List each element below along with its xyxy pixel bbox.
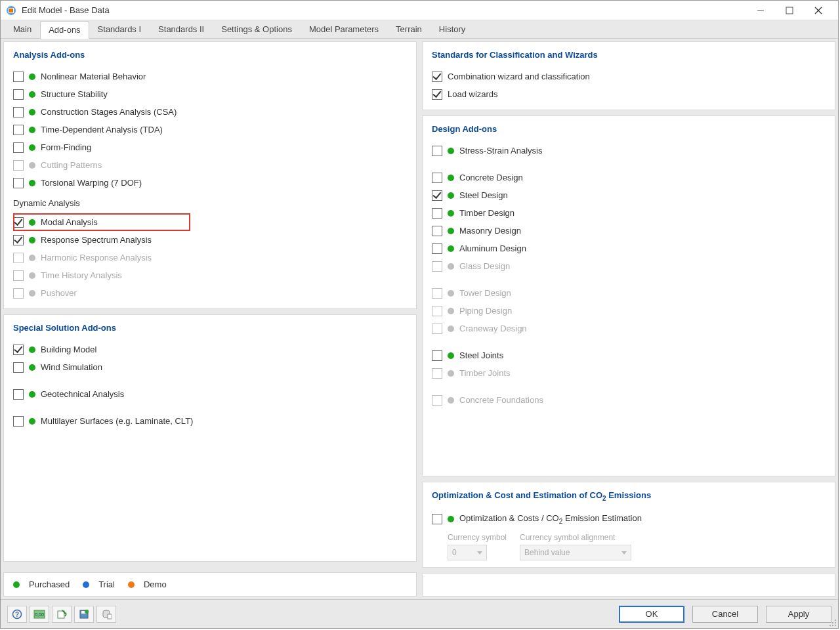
units-icon[interactable]: 0,00 <box>30 606 49 623</box>
svg-text:?: ? <box>15 611 19 618</box>
status-dot <box>29 219 35 226</box>
close-button[interactable] <box>804 1 833 20</box>
checkbox[interactable] <box>432 89 442 100</box>
optimization-checkbox-row[interactable]: Optimization & Costs / CO2 Emission Esti… <box>432 510 826 528</box>
tab-add-ons[interactable]: Add-ons <box>40 21 89 39</box>
status-dot <box>448 290 454 297</box>
status-dot <box>448 210 454 217</box>
item-label: Building Model <box>41 345 96 354</box>
checkbox[interactable] <box>13 125 24 135</box>
status-dot <box>448 245 454 252</box>
special-item-0-0[interactable]: Building Model <box>13 341 407 358</box>
design-item-1-0[interactable]: Concrete Design <box>432 169 826 186</box>
design-item-3-0[interactable]: Steel Joints <box>432 346 826 364</box>
checkbox[interactable] <box>432 226 442 236</box>
standards-item-0[interactable]: Combination wizard and classification <box>432 68 826 85</box>
apply-button[interactable]: Apply <box>766 606 831 623</box>
standards-title: Standards for Classification and Wizards <box>432 50 826 60</box>
analysis-item-6[interactable]: Torsional Warping (7 DOF) <box>13 174 407 192</box>
checkbox[interactable] <box>13 362 24 373</box>
dynamic-item-0[interactable]: Modal Analysis <box>13 213 190 231</box>
export-icon[interactable] <box>52 606 72 623</box>
tab-model-parameters[interactable]: Model Parameters <box>301 20 387 38</box>
checkbox[interactable] <box>13 389 24 400</box>
tab-standards-i[interactable]: Standards I <box>89 20 150 38</box>
save-icon[interactable] <box>74 606 94 623</box>
design-item-2-1: Piping Design <box>432 302 826 320</box>
dynamic-item-1[interactable]: Response Spectrum Analysis <box>13 231 407 249</box>
item-label: Combination wizard and classification <box>448 72 590 81</box>
item-label: Form-Finding <box>41 142 91 152</box>
svg-point-17 <box>835 620 836 621</box>
edit-model-dialog: Edit Model - Base Data MainAdd-onsStanda… <box>0 0 839 629</box>
checkbox <box>432 261 442 272</box>
optimization-checkbox[interactable] <box>432 514 442 524</box>
special-addons-title: Special Solution Add-ons <box>13 323 407 333</box>
analysis-item-3[interactable]: Time-Dependent Analysis (TDA) <box>13 121 407 138</box>
design-item-1-2[interactable]: Timber Design <box>432 204 826 222</box>
design-item-1-1[interactable]: Steel Design <box>432 186 826 204</box>
special-item-1-0[interactable]: Geotechnical Analysis <box>13 385 407 403</box>
checkbox[interactable] <box>13 89 24 100</box>
checkbox[interactable] <box>432 146 442 156</box>
tab-main[interactable]: Main <box>5 20 40 38</box>
maximize-button[interactable] <box>775 1 804 20</box>
currency-label: Currency symbol <box>448 533 507 542</box>
analysis-item-1[interactable]: Structure Stability <box>13 85 407 103</box>
checkbox[interactable] <box>13 217 24 228</box>
status-dot <box>448 148 454 154</box>
analysis-item-0[interactable]: Nonlinear Material Behavior <box>13 68 407 85</box>
tab-terrain[interactable]: Terrain <box>387 20 430 38</box>
checkbox[interactable] <box>432 243 442 254</box>
cancel-button[interactable]: Cancel <box>692 606 758 623</box>
design-item-1-4[interactable]: Aluminum Design <box>432 240 826 257</box>
tab-standards-ii[interactable]: Standards II <box>150 20 213 38</box>
tab-history[interactable]: History <box>430 20 474 38</box>
design-item-1-5: Glass Design <box>432 257 826 275</box>
special-item-2-0[interactable]: Multilayer Surfaces (e.g. Laminate, CLT) <box>13 412 407 430</box>
design-item-0-0[interactable]: Stress-Strain Analysis <box>432 142 826 159</box>
checkbox[interactable] <box>432 350 442 361</box>
tab-settings-options[interactable]: Settings & Options <box>213 20 301 38</box>
legend-trial: Trial <box>83 579 115 589</box>
checkbox[interactable] <box>13 107 24 117</box>
optimization-label: Optimization & Costs / CO2 Emission Esti… <box>459 513 642 525</box>
ok-button[interactable]: OK <box>619 606 684 623</box>
svg-point-20 <box>830 625 831 626</box>
checkbox <box>13 160 24 171</box>
dynamic-item-4: Pushover <box>13 284 407 302</box>
status-dot <box>448 352 454 359</box>
svg-rect-16 <box>108 614 112 619</box>
design-item-2-2: Craneway Design <box>432 320 826 337</box>
currency-select[interactable]: 0 <box>448 545 487 560</box>
checkbox[interactable] <box>432 190 442 201</box>
item-label: Modal Analysis <box>41 217 98 227</box>
checkbox <box>432 288 442 299</box>
checkbox[interactable] <box>13 345 24 355</box>
analysis-item-2[interactable]: Construction Stages Analysis (CSA) <box>13 103 407 121</box>
standards-item-1[interactable]: Load wizards <box>432 85 826 103</box>
item-label: Nonlinear Material Behavior <box>41 72 146 81</box>
checkbox[interactable] <box>13 416 24 427</box>
window-title: Edit Model - Base Data <box>22 5 110 15</box>
minimize-button[interactable] <box>746 1 775 20</box>
alignment-select[interactable]: Behind value <box>520 545 631 560</box>
analysis-item-4[interactable]: Form-Finding <box>13 138 407 156</box>
checkbox[interactable] <box>13 178 24 188</box>
item-label: Aluminum Design <box>459 243 526 253</box>
footer: ? 0,00 OK Cancel Apply <box>1 599 838 628</box>
checkbox[interactable] <box>432 208 442 219</box>
item-label: Harmonic Response Analysis <box>41 253 152 262</box>
checkbox[interactable] <box>13 142 24 153</box>
database-icon[interactable] <box>96 606 116 623</box>
legend-demo: Demo <box>128 579 167 589</box>
help-icon[interactable]: ? <box>7 606 27 623</box>
checkbox[interactable] <box>13 72 24 82</box>
special-item-0-1[interactable]: Wind Simulation <box>13 358 407 376</box>
checkbox[interactable] <box>13 235 24 245</box>
analysis-addons-title: Analysis Add-ons <box>13 50 407 60</box>
checkbox[interactable] <box>432 173 442 183</box>
design-item-1-3[interactable]: Masonry Design <box>432 222 826 240</box>
resize-grip-icon[interactable] <box>829 619 837 627</box>
checkbox[interactable] <box>432 72 442 82</box>
